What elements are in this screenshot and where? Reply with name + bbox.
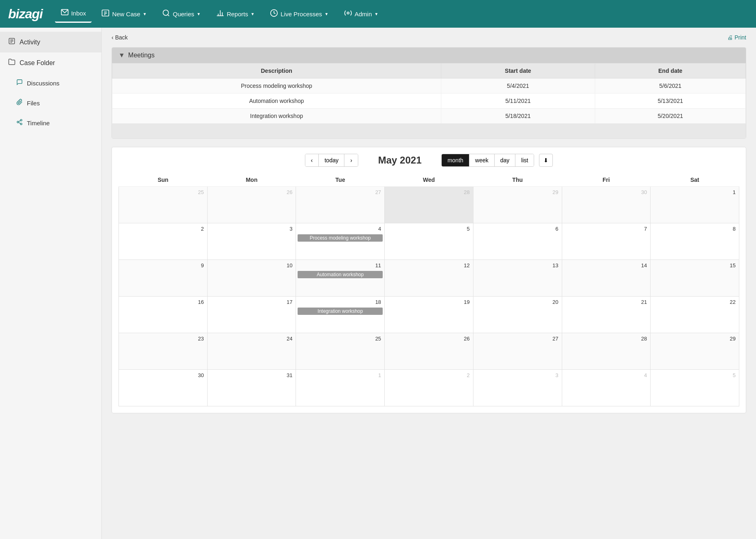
nav-new-case[interactable]: New Case ▼ xyxy=(96,6,152,22)
reports-icon xyxy=(216,9,224,19)
nav-queries[interactable]: Queries ▼ xyxy=(156,6,206,22)
meeting-start: 5/11/2021 xyxy=(441,94,595,109)
calendar-cell[interactable]: 19 xyxy=(385,297,473,333)
print-button[interactable]: 🖨 Print xyxy=(727,34,746,41)
calendar-cell[interactable]: 13 xyxy=(473,260,562,297)
day-number: 2 xyxy=(121,225,206,233)
calendar-cell[interactable]: 30 xyxy=(119,370,208,406)
calendar-cell[interactable]: 5 xyxy=(651,370,739,406)
calendar-cell[interactable]: 3 xyxy=(473,370,562,406)
calendar-cell[interactable]: 4 xyxy=(562,370,651,406)
svg-point-12 xyxy=(347,12,349,14)
calendar-cell[interactable]: 24 xyxy=(207,333,296,370)
day-number: 12 xyxy=(386,262,471,269)
nav-inbox-label: Inbox xyxy=(71,10,86,17)
day-number: 13 xyxy=(475,262,560,269)
logo: bizagi xyxy=(8,7,43,22)
calendar-cell[interactable]: 9 xyxy=(119,260,208,297)
calendar-cell[interactable]: 25 xyxy=(119,187,208,223)
day-number: 14 xyxy=(564,262,649,269)
svg-line-21 xyxy=(19,120,21,122)
calendar-cell[interactable]: 28 xyxy=(385,187,473,223)
sidebar-item-activity[interactable]: Activity xyxy=(0,32,101,52)
calendar-view-day[interactable]: day xyxy=(495,154,516,166)
calendar-cell[interactable]: 1 xyxy=(651,187,739,223)
meeting-description: Integration workshop xyxy=(112,109,441,124)
calendar-cell[interactable]: 12 xyxy=(385,260,473,297)
calendar-cell[interactable]: 22 xyxy=(651,297,739,333)
calendar-cell[interactable]: 28 xyxy=(562,333,651,370)
calendar-cell[interactable]: 26 xyxy=(385,333,473,370)
calendar-cell[interactable]: 31 xyxy=(207,370,296,406)
sidebar-case-folder-label: Case Folder xyxy=(20,59,55,67)
svg-point-19 xyxy=(20,123,22,125)
sidebar-item-timeline[interactable]: Timeline xyxy=(0,113,101,133)
print-label: Print xyxy=(734,34,746,41)
calendar-event[interactable]: Integration workshop xyxy=(298,308,383,315)
calendar-cell[interactable]: 6 xyxy=(473,223,562,260)
calendar-cell[interactable]: 29 xyxy=(651,333,739,370)
day-number: 28 xyxy=(564,335,649,343)
nav-admin[interactable]: Admin ▼ xyxy=(338,6,384,22)
calendar-cell[interactable]: 7 xyxy=(562,223,651,260)
calendar-cell[interactable]: 29 xyxy=(473,187,562,223)
day-number: 25 xyxy=(298,335,383,343)
calendar-event[interactable]: Process modeling workshop xyxy=(298,234,383,242)
calendar-cell[interactable]: 4Process modeling workshop xyxy=(296,223,385,260)
day-number: 15 xyxy=(652,262,737,269)
calendar-cell[interactable]: 20 xyxy=(473,297,562,333)
calendar-cell[interactable]: 27 xyxy=(296,187,385,223)
sidebar-files-label: Files xyxy=(27,100,40,107)
calendar-prev-button[interactable]: ‹ xyxy=(305,154,319,166)
calendar-cell[interactable]: 14 xyxy=(562,260,651,297)
calendar-cell[interactable]: 17 xyxy=(207,297,296,333)
calendar-cell[interactable]: 25 xyxy=(296,333,385,370)
reports-caret: ▼ xyxy=(250,12,254,16)
svg-point-17 xyxy=(20,119,22,121)
calendar-today-button[interactable]: today xyxy=(319,154,344,166)
calendar-cell[interactable]: 5 xyxy=(385,223,473,260)
calendar-cell[interactable]: 15 xyxy=(651,260,739,297)
calendar-cell[interactable]: 16 xyxy=(119,297,208,333)
day-number: 19 xyxy=(386,298,471,306)
nav-reports[interactable]: Reports ▼ xyxy=(210,6,260,22)
calendar-view-week[interactable]: week xyxy=(469,154,495,166)
calendar-cell[interactable]: 27 xyxy=(473,333,562,370)
table-row: Automation workshop 5/11/2021 5/13/2021 xyxy=(112,94,746,109)
nav-live-processes[interactable]: Live Processes ▼ xyxy=(264,6,334,22)
calendar-cell[interactable]: 2 xyxy=(385,370,473,406)
calendar-view-list[interactable]: list xyxy=(515,154,534,166)
calendar-cell[interactable]: 21 xyxy=(562,297,651,333)
calendar-cell[interactable]: 11Automation workshop xyxy=(296,260,385,297)
calendar-cell[interactable]: 10 xyxy=(207,260,296,297)
top-navigation: bizagi Inbox New Case ▼ Queries ▼ Report… xyxy=(0,0,756,28)
calendar-view-month[interactable]: month xyxy=(442,154,469,166)
sidebar-timeline-label: Timeline xyxy=(27,120,50,127)
calendar-cell[interactable]: 8 xyxy=(651,223,739,260)
calendar-next-button[interactable]: › xyxy=(344,154,358,166)
calendar-cell[interactable]: 2 xyxy=(119,223,208,260)
calendar-cell[interactable]: 26 xyxy=(207,187,296,223)
calendar-download-button[interactable]: ⬇ xyxy=(539,154,553,167)
nav-inbox[interactable]: Inbox xyxy=(55,5,92,23)
calendar-cell[interactable]: 3 xyxy=(207,223,296,260)
svg-line-6 xyxy=(168,14,169,16)
day-number: 11 xyxy=(298,262,383,269)
day-number: 25 xyxy=(121,188,206,196)
day-number: 18 xyxy=(298,298,383,306)
calendar-cell[interactable]: 23 xyxy=(119,333,208,370)
back-button[interactable]: ‹ Back xyxy=(112,34,128,41)
sidebar-item-files[interactable]: Files xyxy=(0,93,101,113)
day-number: 27 xyxy=(475,335,560,343)
calendar-controls: ‹ today › May 2021 month week day list ⬇ xyxy=(118,154,739,167)
calendar-event[interactable]: Automation workshop xyxy=(298,271,383,278)
sidebar-item-case-folder[interactable]: Case Folder xyxy=(0,52,101,73)
meeting-start: 5/4/2021 xyxy=(441,79,595,94)
day-number: 28 xyxy=(386,188,471,196)
day-number: 17 xyxy=(209,298,294,306)
calendar-cell[interactable]: 18Integration workshop xyxy=(296,297,385,333)
svg-point-18 xyxy=(17,121,19,123)
calendar-cell[interactable]: 1 xyxy=(296,370,385,406)
calendar-cell[interactable]: 30 xyxy=(562,187,651,223)
sidebar-item-discussions[interactable]: Discussions xyxy=(0,73,101,93)
